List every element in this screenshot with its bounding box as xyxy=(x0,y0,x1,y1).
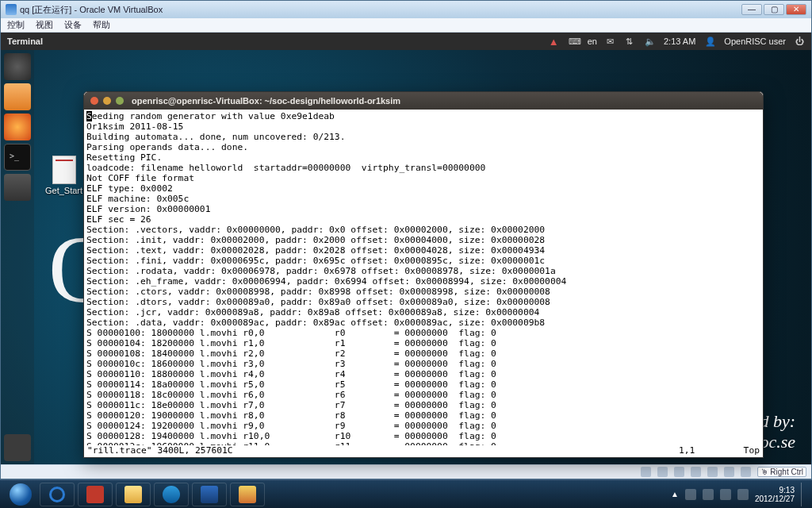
vim-file-info: "rill.trace" 3400L, 257601C xyxy=(87,445,233,456)
menu-view[interactable]: 视图 xyxy=(36,19,53,31)
taskbar-virtualbox[interactable] xyxy=(192,483,227,506)
terminal-title: openrisc@openrisc-VirtualBox: ~/soc-desi… xyxy=(132,96,400,106)
virtualbox-statusbar: 🖰 Right Ctrl xyxy=(1,464,811,479)
menu-devices[interactable]: 设备 xyxy=(64,19,82,31)
user-icon[interactable]: 👤 xyxy=(705,37,714,46)
virtualbox-icon xyxy=(6,4,17,15)
ubuntu-top-panel: Terminal ▲ ⌨ en ✉ ⇅ 🔈 2:13 AM 👤 OpenRISC… xyxy=(1,33,811,50)
network-icon[interactable]: ⇅ xyxy=(626,37,635,46)
clock[interactable]: 2:13 AM xyxy=(664,37,695,46)
firefox-launcher[interactable] xyxy=(4,114,31,140)
windows-taskbar: ▲ 9:13 2012/12/27 xyxy=(0,479,812,508)
menu-control[interactable]: 控制 xyxy=(7,19,25,31)
vbox-usb-icon[interactable] xyxy=(691,467,701,477)
vbox-cd-icon[interactable] xyxy=(657,467,668,477)
taskbar-explorer[interactable] xyxy=(116,483,151,506)
vbox-hdd-icon[interactable] xyxy=(641,467,651,477)
terminal-titlebar[interactable]: openrisc@openrisc-VirtualBox: ~/soc-desi… xyxy=(84,92,763,110)
virtualbox-menubar: 控制 视图 设备 帮助 xyxy=(1,18,811,33)
keyboard-layout-icon[interactable]: ⌨ xyxy=(569,37,578,46)
dash-button[interactable] xyxy=(4,53,31,80)
terminal-output[interactable]: Seeding random generator with value 0xe9… xyxy=(84,110,763,445)
terminal-close-icon[interactable] xyxy=(90,97,98,105)
virtualbox-window: qq [正在运行] - Oracle VM VirtualBox — ▢ ✕ 控… xyxy=(0,0,812,479)
power-icon[interactable]: ⏻ xyxy=(795,37,805,46)
terminal-maximize-icon[interactable] xyxy=(116,97,124,105)
warning-icon[interactable]: ▲ xyxy=(549,36,559,48)
tray-icon-1[interactable] xyxy=(685,489,696,500)
virtualbox-title: qq [正在运行] - Oracle VM VirtualBox xyxy=(20,4,163,16)
vbox-net-icon[interactable] xyxy=(674,467,684,477)
vim-scroll-pos: Top xyxy=(744,445,760,456)
terminal-window[interactable]: openrisc@openrisc-VirtualBox: ~/soc-desi… xyxy=(83,91,764,458)
tray-time: 9:13 xyxy=(755,486,795,495)
mail-icon[interactable]: ✉ xyxy=(607,37,616,46)
tray-network-icon[interactable] xyxy=(737,489,749,500)
vbox-hostkey: 🖰 Right Ctrl xyxy=(757,467,806,477)
maximize-button[interactable]: ▢ xyxy=(764,4,784,15)
tray-clock[interactable]: 9:13 2012/12/27 xyxy=(755,486,795,503)
start-button[interactable] xyxy=(5,483,36,506)
session-user[interactable]: OpenRISC user xyxy=(724,37,786,46)
virtualbox-task-icon xyxy=(201,486,218,503)
trash-launcher[interactable] xyxy=(4,434,31,461)
windows-orb-icon xyxy=(10,483,32,506)
virtualbox-titlebar[interactable]: qq [正在运行] - Oracle VM VirtualBox — ▢ ✕ xyxy=(1,1,811,18)
unity-launcher xyxy=(1,50,34,464)
guest-display: Terminal ▲ ⌨ en ✉ ⇅ 🔈 2:13 AM 👤 OpenRISC… xyxy=(1,33,811,464)
app-launcher[interactable] xyxy=(4,174,31,201)
terminal-minimize-icon[interactable] xyxy=(103,97,111,105)
vim-statusline: "rill.trace" 3400L, 257601C 1,1 Top xyxy=(84,445,763,457)
desktop-file[interactable]: Get_Start xyxy=(45,156,82,195)
files-launcher[interactable] xyxy=(4,83,31,110)
document-icon xyxy=(52,156,76,184)
vbox-display-icon[interactable] xyxy=(724,467,734,477)
vbox-shared-icon[interactable] xyxy=(707,467,718,477)
tray-sound-icon[interactable] xyxy=(720,489,731,500)
vim-cursor-pos: 1,1 xyxy=(679,445,695,456)
vbox-mouse-icon[interactable] xyxy=(741,467,751,477)
tray-expand-icon[interactable]: ▲ xyxy=(671,490,679,498)
active-app-name: Terminal xyxy=(7,37,43,46)
sound-icon[interactable]: 🔈 xyxy=(645,37,654,46)
taskbar-paint[interactable] xyxy=(230,483,265,506)
pdf-icon xyxy=(86,486,104,503)
terminal-launcher[interactable] xyxy=(4,144,31,171)
desktop-file-name: Get_Start xyxy=(45,186,82,195)
menu-help[interactable]: 帮助 xyxy=(93,19,110,31)
paint-icon xyxy=(239,486,256,503)
close-button[interactable]: ✕ xyxy=(786,4,806,15)
ie-icon xyxy=(49,487,65,502)
system-tray: ▲ 9:13 2012/12/27 xyxy=(671,483,807,506)
ubuntu-desktop[interactable]: Terminal ▲ ⌨ en ✉ ⇅ 🔈 2:13 AM 👤 OpenRISC… xyxy=(1,33,811,464)
explorer-icon xyxy=(124,486,142,503)
minimize-button[interactable]: — xyxy=(741,4,762,15)
tray-date: 2012/12/27 xyxy=(755,495,795,503)
ie-taskbar-button[interactable] xyxy=(40,483,75,506)
mediaplayer-icon xyxy=(163,486,180,503)
show-desktop-button[interactable] xyxy=(801,483,807,506)
tray-icon-2[interactable] xyxy=(703,489,714,500)
taskbar-mediaplayer[interactable] xyxy=(154,483,189,506)
taskbar-pdf[interactable] xyxy=(78,483,113,506)
keyboard-layout-label[interactable]: en xyxy=(588,37,597,46)
